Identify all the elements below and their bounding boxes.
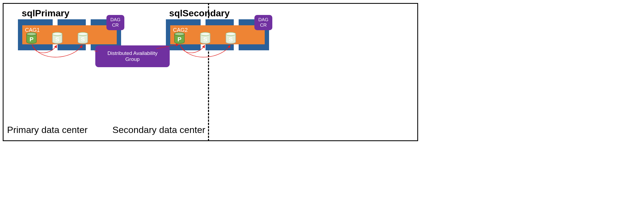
secondary-db-s2: S: [226, 32, 236, 45]
primary-db-s2: S: [78, 32, 88, 45]
primary-datacenter-title: Primary data center: [7, 125, 88, 135]
primary-db-s2-label: S: [78, 36, 88, 43]
primary-cluster-title: sqlPrimary: [22, 8, 70, 18]
secondary-db-s1: S: [200, 32, 210, 45]
secondary-datacenter-title: Secondary data center: [112, 125, 205, 135]
primary-dag-badge: DAG CR: [106, 15, 124, 30]
primary-dag-badge-line2: CR: [106, 23, 124, 28]
secondary-db-p: P: [174, 32, 185, 45]
secondary-db-s2-label: S: [226, 36, 236, 43]
primary-dag-badge-line1: DAG: [106, 17, 124, 23]
secondary-cluster-title: sqlSecondary: [169, 8, 230, 18]
secondary-dag-badge-line1: DAG: [254, 17, 272, 23]
secondary-dag-badge: DAG CR: [254, 15, 272, 30]
secondary-db-s1-label: S: [200, 36, 210, 43]
primary-db-s1-label: S: [52, 36, 62, 43]
primary-db-p-label: P: [26, 36, 37, 43]
dag-group-label: Distributed Availability Group: [95, 45, 170, 67]
primary-db-p: P: [26, 32, 37, 45]
secondary-dag-badge-line2: CR: [254, 23, 272, 28]
secondary-db-p-label: P: [174, 36, 185, 43]
diagram-canvas: sqlPrimary CAG1 DAG CR P S S sqlSecondar…: [0, 0, 421, 146]
primary-db-s1: S: [52, 32, 62, 45]
